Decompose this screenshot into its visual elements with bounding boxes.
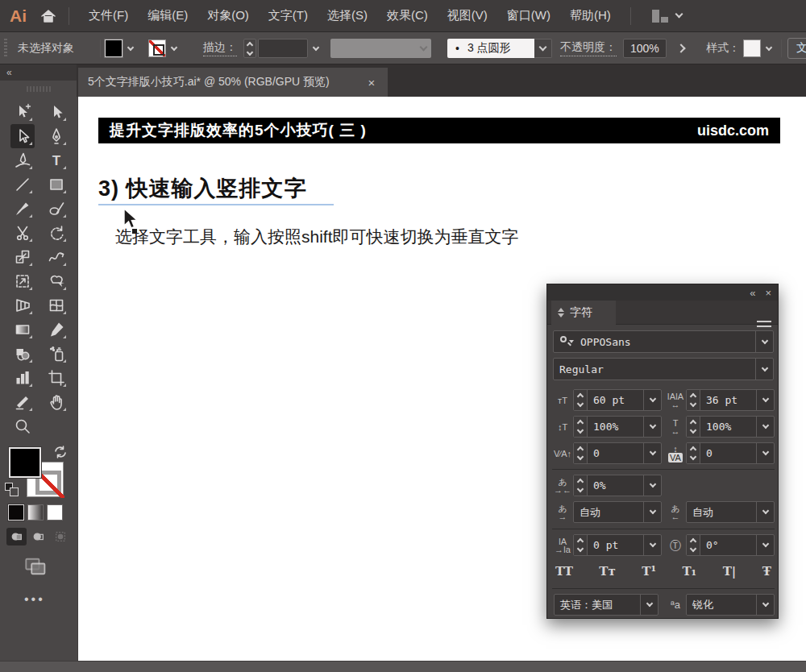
horizontal-scale-input[interactable]: 100% bbox=[686, 416, 775, 438]
brush-definition-dropdown[interactable]: • 3 点圆形 bbox=[447, 39, 534, 58]
zoom-tool[interactable] bbox=[10, 414, 35, 438]
font-family-value[interactable]: OPPOSans bbox=[575, 336, 755, 348]
document-tab[interactable]: 5个文字排版小技巧.ai* @ 50% (RGB/GPU 预览) × bbox=[78, 68, 388, 97]
font-family-dropdown[interactable] bbox=[755, 331, 773, 352]
panel-grip[interactable] bbox=[4, 39, 7, 58]
anti-aliasing-dropdown[interactable]: 锐化 bbox=[686, 594, 775, 616]
vertical-scale-input[interactable]: 100% bbox=[573, 416, 662, 438]
leading-input[interactable]: 36 pt bbox=[686, 389, 775, 411]
subscript-button[interactable]: T₁ bbox=[682, 564, 696, 579]
direct-selection-tool[interactable] bbox=[44, 100, 69, 124]
opacity-link[interactable]: 不透明度： bbox=[560, 40, 617, 56]
menu-file[interactable]: 文件(F) bbox=[79, 8, 138, 23]
menu-select[interactable]: 选择(S) bbox=[318, 8, 377, 23]
default-fill-stroke-icon[interactable] bbox=[5, 483, 19, 497]
draw-behind-button[interactable] bbox=[28, 528, 48, 545]
font-size-input[interactable]: 60 pt bbox=[573, 389, 662, 411]
insert-space-right-dropdown[interactable]: 自动 bbox=[686, 501, 775, 523]
workspace-switcher-icon[interactable] bbox=[652, 10, 668, 23]
type-tool[interactable]: T bbox=[44, 148, 69, 172]
rectangle-tool[interactable] bbox=[44, 172, 69, 197]
strikethrough-button[interactable]: Ŧ bbox=[762, 564, 771, 579]
gradient-button[interactable] bbox=[27, 504, 44, 521]
width-tool[interactable] bbox=[44, 245, 69, 269]
stroke-weight-field[interactable] bbox=[258, 39, 308, 58]
rotate-tool[interactable] bbox=[44, 221, 69, 245]
tracking-input[interactable]: 0 bbox=[686, 442, 775, 464]
status-bar[interactable] bbox=[0, 661, 806, 672]
panel-collapse-arrows-icon[interactable] bbox=[558, 308, 564, 317]
none-button[interactable] bbox=[47, 504, 63, 521]
graphic-style-swatch[interactable] bbox=[743, 39, 761, 57]
brush-definition-chevron[interactable] bbox=[534, 39, 552, 58]
shape-builder-tool[interactable] bbox=[44, 269, 69, 293]
character-panel-titlebar[interactable]: « × bbox=[547, 284, 778, 301]
stroke-color-dropdown[interactable] bbox=[168, 39, 181, 57]
gradient-tool[interactable] bbox=[10, 317, 35, 342]
free-transform-tool[interactable] bbox=[10, 269, 35, 293]
font-style-field[interactable]: Regular bbox=[553, 358, 774, 380]
color-button[interactable] bbox=[8, 504, 24, 521]
proportional-spacing-input[interactable]: 0% bbox=[573, 475, 662, 496]
collapse-panel-icon[interactable]: « bbox=[750, 287, 755, 299]
stroke-weight-link[interactable]: 描边： bbox=[203, 40, 237, 56]
all-caps-button[interactable]: TT bbox=[555, 564, 573, 579]
chevron-down-icon[interactable] bbox=[675, 10, 683, 19]
eyedropper-tool[interactable] bbox=[44, 317, 69, 342]
toolbar-grip[interactable] bbox=[0, 81, 77, 97]
curvature-tool[interactable] bbox=[10, 148, 35, 172]
underline-button[interactable]: T| bbox=[723, 564, 737, 579]
close-panel-icon[interactable]: × bbox=[765, 287, 771, 299]
shaper-tool[interactable] bbox=[44, 197, 69, 221]
opacity-expand-icon[interactable] bbox=[676, 44, 685, 52]
group-selection-tool[interactable] bbox=[10, 124, 35, 148]
symbol-sprayer-tool[interactable] bbox=[44, 342, 69, 366]
scissors-tool[interactable] bbox=[10, 221, 35, 245]
character-rotation-input[interactable]: 0° bbox=[686, 534, 775, 556]
menu-type[interactable]: 文字(T) bbox=[259, 8, 318, 23]
edit-toolbar-icon[interactable]: ••• bbox=[24, 592, 45, 607]
kerning-input[interactable]: 0 bbox=[573, 442, 662, 464]
scale-tool[interactable] bbox=[10, 245, 35, 269]
fill-color-swatch[interactable] bbox=[105, 39, 123, 57]
perspective-grid-tool[interactable] bbox=[10, 293, 35, 317]
menu-view[interactable]: 视图(V) bbox=[438, 8, 497, 23]
opacity-field[interactable]: 100% bbox=[623, 39, 667, 58]
swap-fill-stroke-icon[interactable] bbox=[53, 445, 68, 462]
screen-mode-icon[interactable] bbox=[24, 556, 48, 579]
stroke-weight-dropdown[interactable] bbox=[310, 39, 322, 57]
insert-space-left-dropdown[interactable]: 自动 bbox=[573, 501, 662, 523]
menu-object[interactable]: 对象(O) bbox=[197, 8, 259, 23]
font-family-field[interactable]: OPPOSans bbox=[553, 330, 774, 353]
graphic-style-dropdown[interactable] bbox=[762, 39, 775, 57]
paintbrush-tool[interactable] bbox=[10, 197, 35, 221]
small-caps-button[interactable]: Tᴛ bbox=[599, 564, 615, 579]
slice-tool[interactable] bbox=[10, 390, 35, 414]
pen-tool[interactable] bbox=[44, 124, 69, 148]
draw-normal-button[interactable] bbox=[6, 528, 27, 545]
font-search-icon[interactable] bbox=[560, 336, 571, 347]
artboard-tool[interactable] bbox=[44, 366, 69, 390]
fill-color-box[interactable] bbox=[9, 447, 41, 478]
font-style-value[interactable]: Regular bbox=[554, 363, 755, 375]
baseline-shift-input[interactable]: 0 pt bbox=[573, 534, 662, 556]
menu-edit[interactable]: 编辑(E) bbox=[138, 8, 197, 23]
close-tab-icon[interactable]: × bbox=[365, 76, 378, 89]
superscript-button[interactable]: T¹ bbox=[642, 564, 656, 579]
column-graph-tool[interactable] bbox=[10, 366, 35, 390]
fill-color-dropdown[interactable] bbox=[124, 39, 137, 57]
menu-help[interactable]: 帮助(H) bbox=[560, 8, 621, 23]
tab-character[interactable]: 字符 bbox=[551, 301, 616, 325]
mesh-tool[interactable] bbox=[44, 293, 69, 317]
menu-effect[interactable]: 效果(C) bbox=[377, 8, 438, 23]
document-setup-button[interactable]: 文 bbox=[787, 38, 806, 59]
line-segment-tool[interactable] bbox=[10, 172, 35, 197]
stroke-weight-stepper[interactable] bbox=[243, 39, 256, 58]
language-dropdown[interactable]: 英语：美国 bbox=[554, 594, 659, 616]
home-icon[interactable] bbox=[38, 6, 59, 27]
selection-tool[interactable] bbox=[10, 100, 35, 124]
blend-tool[interactable] bbox=[10, 342, 35, 366]
font-style-dropdown[interactable] bbox=[755, 359, 773, 380]
collapse-panel-icon[interactable]: « bbox=[6, 67, 12, 78]
hand-tool[interactable] bbox=[44, 390, 69, 414]
